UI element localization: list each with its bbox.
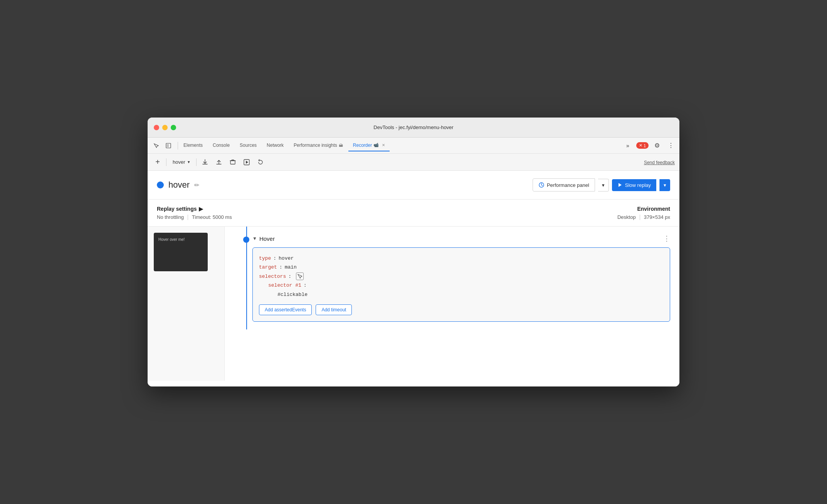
svg-marker-4 <box>246 161 248 164</box>
selector-num-colon: : <box>304 281 307 290</box>
tab-network[interactable]: Network <box>262 140 288 151</box>
selector-picker-icon[interactable] <box>296 272 304 280</box>
settings-right: Environment Desktop 379×534 px <box>617 206 670 220</box>
settings-title-text: Replay settings <box>157 206 197 212</box>
target-key: target <box>259 263 277 272</box>
chevron-down-icon: ▾ <box>188 160 190 165</box>
tabs-bar: Elements Console Sources Network Perform… <box>148 138 679 154</box>
step-indicator-dot <box>243 237 249 243</box>
code-line-selector-val: #clickable <box>259 290 664 299</box>
inspector-icon[interactable] <box>163 140 174 151</box>
titlebar: DevTools - jec.fyi/demo/menu-hover <box>148 118 679 138</box>
close-button[interactable] <box>154 125 159 130</box>
settings-button[interactable]: ⚙ <box>652 140 662 151</box>
error-badge: ✕ 1 <box>636 142 649 149</box>
hover-preview-text: Hover over me! <box>158 237 185 242</box>
recorder-icon: 📹 <box>373 143 379 148</box>
tab-recorder[interactable]: Recorder 📹 ✕ <box>348 140 390 151</box>
settings-meta: No throttling Timeout: 5000 ms <box>157 214 232 220</box>
export-button[interactable] <box>200 157 210 168</box>
replay-settings-toggle[interactable]: Replay settings ▶ <box>157 206 232 212</box>
type-colon: : <box>273 254 276 263</box>
selectors-colon: : <box>288 272 291 281</box>
type-val: hover <box>279 254 294 263</box>
error-icon: ✕ <box>639 143 642 148</box>
environment-size: 379×534 px <box>644 214 670 220</box>
tab-divider <box>178 142 178 150</box>
traffic-lights <box>154 125 176 130</box>
step-more-button[interactable]: ⋮ <box>663 234 670 243</box>
svg-rect-2 <box>230 161 235 164</box>
main-area: hover ✏ Performance panel ▾ Slow replay … <box>148 171 679 386</box>
edit-name-icon[interactable]: ✏ <box>194 181 199 189</box>
preview-panel: Hover over me! <box>148 227 225 381</box>
settings-left: Replay settings ▶ No throttling Timeout:… <box>157 206 232 220</box>
step-header: ▼ Hover ⋮ <box>252 234 670 243</box>
selector-num-key: selector #1 <box>268 281 301 290</box>
recorder-toolbar: + hover ▾ Send feedback <box>148 154 679 171</box>
environment-meta: Desktop 379×534 px <box>617 214 670 220</box>
tab-performance[interactable]: Performance insights 🏔 <box>289 140 348 151</box>
slow-replay-label: Slow replay <box>625 182 651 188</box>
minimize-button[interactable] <box>162 125 168 130</box>
add-asserted-events-button[interactable]: Add assertedEvents <box>259 304 312 315</box>
step-content: ▼ Hover ⋮ type : hover <box>252 234 670 322</box>
code-line-selectors: selectors : <box>259 272 664 281</box>
step-thumbnail: Hover over me! <box>154 233 208 271</box>
timeout-label: Timeout: 5000 ms <box>192 214 232 220</box>
tab-icons <box>151 140 174 151</box>
tab-console[interactable]: Console <box>208 140 234 151</box>
step-body: type : hover target : main selectors <box>252 247 670 322</box>
step-collapse-icon[interactable]: ▼ <box>252 236 257 241</box>
tab-sources[interactable]: Sources <box>235 140 261 151</box>
target-colon: : <box>279 263 282 272</box>
settings-section: Replay settings ▶ No throttling Timeout:… <box>148 200 679 227</box>
toolbar-right: Send feedback <box>644 159 675 166</box>
performance-panel-dropdown[interactable]: ▾ <box>598 179 609 192</box>
settings-chevron-icon: ▶ <box>199 206 203 212</box>
add-timeout-button[interactable]: Add timeout <box>316 304 352 315</box>
recording-name: hover <box>168 180 190 190</box>
code-line-target: target : main <box>259 263 664 272</box>
performance-icon: 🏔 <box>339 143 343 148</box>
step-name: Hover <box>259 235 275 242</box>
performance-panel-button[interactable]: Performance panel <box>533 178 595 192</box>
target-val: main <box>285 263 297 272</box>
step-area: ▼ Hover ⋮ type : hover <box>225 227 679 381</box>
more-menu-button[interactable]: ⋮ <box>666 140 676 151</box>
svg-marker-6 <box>619 183 622 187</box>
selector-val: #clickable <box>277 290 308 299</box>
fullscreen-button[interactable] <box>171 125 176 130</box>
slow-replay-button[interactable]: Slow replay <box>612 179 656 191</box>
recording-selector[interactable]: hover ▾ <box>170 158 193 166</box>
send-feedback-button[interactable]: Send feedback <box>644 160 675 165</box>
import-button[interactable] <box>213 157 224 168</box>
step-actions: Add assertedEvents Add timeout <box>259 304 664 315</box>
toolbar-divider-2 <box>196 158 197 166</box>
environment-type: Desktop <box>617 214 636 220</box>
throttling-label: No throttling <box>157 214 184 220</box>
svg-rect-1 <box>167 144 169 147</box>
tab-elements[interactable]: Elements <box>179 140 207 151</box>
slow-replay-dropdown[interactable]: ▾ <box>659 179 670 191</box>
more-dots-icon: ⋮ <box>663 235 670 242</box>
settings-meta-divider <box>188 215 188 220</box>
selectors-key: selectors <box>259 272 286 281</box>
more-tabs-button[interactable]: » <box>622 140 633 151</box>
recorder-close-icon[interactable]: ✕ <box>382 143 385 147</box>
devtools-window: DevTools - jec.fyi/demo/menu-hover Eleme… <box>148 118 679 386</box>
recording-status-dot <box>157 181 164 188</box>
env-meta-divider <box>640 215 640 220</box>
cursor-icon[interactable] <box>151 140 161 151</box>
code-line-type: type : hover <box>259 254 664 263</box>
step-timeline-container: ▼ Hover ⋮ type : hover <box>225 227 679 329</box>
content-area: Hover over me! ▼ Hover <box>148 227 679 381</box>
delete-button[interactable] <box>227 157 238 168</box>
tabs-right: » ✕ 1 ⚙ ⋮ <box>622 140 676 151</box>
replay-button[interactable] <box>255 157 266 168</box>
environment-label: Environment <box>617 206 670 212</box>
code-line-selector-num: selector #1 : <box>259 281 664 290</box>
add-recording-button[interactable]: + <box>152 157 163 168</box>
toolbar-divider-1 <box>166 158 166 166</box>
play-button[interactable] <box>241 157 252 168</box>
